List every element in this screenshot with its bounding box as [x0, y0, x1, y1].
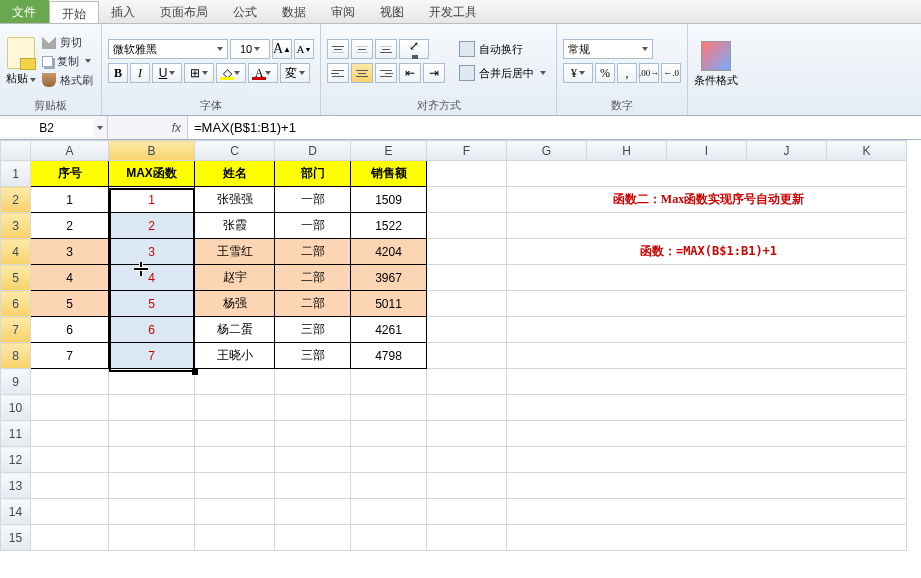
row-header-11[interactable]: 11 — [1, 421, 31, 447]
cell[interactable]: 3967 — [351, 265, 427, 291]
cell[interactable] — [275, 395, 351, 421]
col-header-a[interactable]: A — [31, 141, 109, 161]
col-header-d[interactable]: D — [275, 141, 351, 161]
cell[interactable] — [31, 499, 109, 525]
cell[interactable] — [195, 421, 275, 447]
cell[interactable] — [427, 525, 507, 551]
tab-dev[interactable]: 开发工具 — [417, 0, 490, 23]
cell[interactable] — [31, 473, 109, 499]
comma-button[interactable]: , — [617, 63, 637, 83]
cell[interactable]: 1522 — [351, 213, 427, 239]
cell[interactable]: 7 — [109, 343, 195, 369]
paste-icon[interactable] — [7, 37, 35, 69]
orientation-button[interactable]: ⤢ — [399, 39, 429, 59]
cell[interactable] — [195, 473, 275, 499]
cell[interactable] — [275, 369, 351, 395]
cell[interactable] — [507, 395, 907, 421]
cell[interactable] — [275, 525, 351, 551]
cell[interactable] — [31, 447, 109, 473]
font-color-button[interactable]: A — [248, 63, 278, 83]
cell[interactable]: 二部 — [275, 291, 351, 317]
col-header-f[interactable]: F — [427, 141, 507, 161]
cell[interactable] — [507, 291, 907, 317]
cell[interactable]: 二部 — [275, 239, 351, 265]
cell[interactable]: 三部 — [275, 317, 351, 343]
row-header-4[interactable]: 4 — [1, 239, 31, 265]
fill-handle[interactable] — [192, 369, 198, 375]
cell[interactable] — [109, 395, 195, 421]
cell[interactable]: 销售额 — [351, 161, 427, 187]
cell[interactable] — [109, 499, 195, 525]
name-box[interactable] — [0, 116, 108, 139]
cell[interactable] — [507, 317, 907, 343]
row-header-9[interactable]: 9 — [1, 369, 31, 395]
col-header-i[interactable]: I — [667, 141, 747, 161]
tab-home[interactable]: 开始 — [49, 1, 99, 23]
tab-data[interactable]: 数据 — [270, 0, 319, 23]
cell[interactable]: 4 — [109, 265, 195, 291]
formula-input[interactable] — [188, 116, 921, 139]
indent-decrease-button[interactable]: ⇤ — [399, 63, 421, 83]
cell[interactable] — [427, 499, 507, 525]
paste-label[interactable]: 粘贴 — [6, 71, 36, 86]
tab-review[interactable]: 审阅 — [319, 0, 368, 23]
note-text-1[interactable]: 函数二：Max函数实现序号自动更新 — [507, 187, 907, 213]
cell[interactable]: 王雪红 — [195, 239, 275, 265]
cell[interactable] — [109, 473, 195, 499]
cell[interactable] — [275, 421, 351, 447]
cell[interactable] — [351, 421, 427, 447]
cell[interactable] — [109, 369, 195, 395]
cell[interactable] — [31, 525, 109, 551]
cell[interactable]: 3 — [31, 239, 109, 265]
row-header-15[interactable]: 15 — [1, 525, 31, 551]
font-name-combo[interactable]: 微软雅黑 — [108, 39, 228, 59]
cell[interactable]: 张霞 — [195, 213, 275, 239]
cell[interactable]: MAX函数 — [109, 161, 195, 187]
cell[interactable]: 二部 — [275, 265, 351, 291]
cell[interactable]: 一部 — [275, 213, 351, 239]
cell[interactable] — [427, 317, 507, 343]
cell[interactable] — [427, 265, 507, 291]
col-header-b[interactable]: B — [109, 141, 195, 161]
increase-font-button[interactable]: A▲ — [272, 39, 292, 59]
format-painter-button[interactable]: 格式刷 — [40, 72, 95, 89]
cell[interactable] — [427, 291, 507, 317]
cell[interactable]: 2 — [31, 213, 109, 239]
cell[interactable] — [507, 369, 907, 395]
cell[interactable] — [507, 525, 907, 551]
select-all-corner[interactable] — [1, 141, 31, 161]
decrease-decimal-button[interactable]: ←.0 — [661, 63, 681, 83]
cell[interactable]: 张强强 — [195, 187, 275, 213]
cell[interactable] — [507, 421, 907, 447]
italic-button[interactable]: I — [130, 63, 150, 83]
cell[interactable] — [351, 525, 427, 551]
cell[interactable] — [195, 447, 275, 473]
cell[interactable]: 5 — [109, 291, 195, 317]
tab-file[interactable]: 文件 — [0, 0, 49, 23]
cell[interactable]: 4261 — [351, 317, 427, 343]
cell[interactable]: 杨强 — [195, 291, 275, 317]
row-header-6[interactable]: 6 — [1, 291, 31, 317]
number-format-combo[interactable]: 常规 — [563, 39, 653, 59]
conditional-format-label[interactable]: 条件格式 — [694, 73, 738, 88]
cell[interactable] — [507, 447, 907, 473]
tab-layout[interactable]: 页面布局 — [148, 0, 221, 23]
align-center-button[interactable] — [351, 63, 373, 83]
fill-color-button[interactable]: ◇ — [216, 63, 246, 83]
cell[interactable]: 杨二蛋 — [195, 317, 275, 343]
cell[interactable]: 王晓小 — [195, 343, 275, 369]
cell[interactable] — [507, 473, 907, 499]
cell[interactable]: 6 — [109, 317, 195, 343]
cell[interactable] — [427, 343, 507, 369]
conditional-format-icon[interactable] — [701, 41, 731, 71]
cell[interactable]: 5011 — [351, 291, 427, 317]
col-header-c[interactable]: C — [195, 141, 275, 161]
grid[interactable]: A B C D E F G H I J K 1 序号 MAX函数 姓名 部门 销… — [0, 140, 921, 551]
cell[interactable] — [427, 473, 507, 499]
cell[interactable] — [351, 447, 427, 473]
cut-button[interactable]: 剪切 — [40, 34, 95, 51]
cell[interactable]: 序号 — [31, 161, 109, 187]
phonetic-button[interactable]: 変 — [280, 63, 310, 83]
tab-view[interactable]: 视图 — [368, 0, 417, 23]
wrap-text-button[interactable]: 自动换行 — [455, 39, 550, 59]
